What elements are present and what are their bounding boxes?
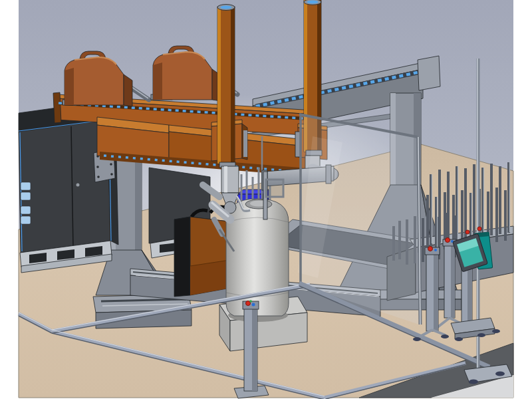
estop-button[interactable]	[446, 238, 450, 243]
estop-button[interactable]	[428, 247, 433, 251]
cad-viewport-page: Isometric 3D CAD rendering of a robotic …	[0, 0, 532, 399]
gantry-mast-left	[217, 5, 235, 168]
bridge-end-cap	[418, 56, 440, 90]
cad-3d-viewport[interactable]	[0, 0, 532, 399]
estop-button[interactable]	[477, 227, 481, 231]
estop-button[interactable]	[466, 230, 469, 234]
cabinet-door-handle	[76, 184, 80, 187]
